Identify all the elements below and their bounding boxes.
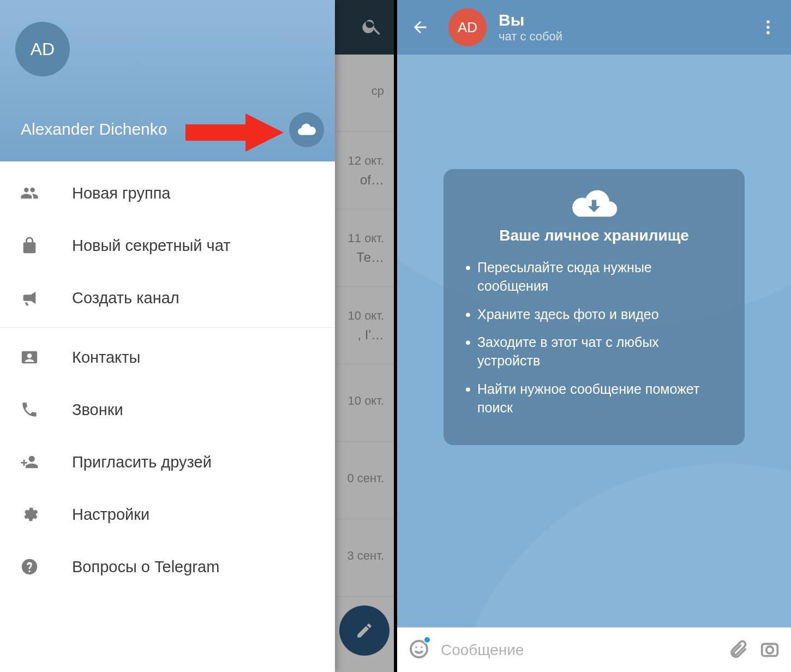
chat-row[interactable]: ср — [335, 55, 394, 132]
menu-label: Звонки — [72, 401, 123, 419]
card-bullet: Найти нужное сообщение поможет поиск — [463, 380, 725, 417]
menu-new-group[interactable]: Новая группа — [0, 167, 335, 219]
camera-button[interactable] — [759, 639, 780, 662]
more-vertical-icon — [759, 18, 777, 37]
user-name: Alexander Dichenko — [21, 120, 167, 139]
card-bullet: Пересылайте сюда нужные сообщения — [463, 259, 725, 296]
chat-row[interactable]: 3 сент. — [335, 519, 394, 597]
message-input-bar: Сообщение — [397, 627, 791, 672]
drawer-menu: Новая группа Новый секретный чат Создать… — [0, 161, 335, 593]
card-bullet: Храните здесь фото и видео — [463, 305, 725, 324]
chat-row[interactable]: 12 окт.of… — [335, 132, 394, 209]
chat-row[interactable]: 0 сент. — [335, 442, 394, 519]
gear-icon — [20, 505, 39, 524]
arrow-left-icon — [411, 18, 429, 37]
phone-icon — [20, 400, 39, 419]
menu-label: Настройки — [72, 506, 149, 524]
svg-point-8 — [766, 646, 774, 653]
chat-title: Вы — [499, 11, 562, 29]
lock-icon — [20, 236, 39, 255]
back-button[interactable] — [407, 14, 433, 40]
card-title: Ваше личное хранилище — [463, 227, 725, 244]
cloud-icon — [296, 119, 317, 140]
pencil-icon — [355, 621, 374, 640]
paperclip-icon — [728, 639, 748, 659]
menu-label: Создать канал — [72, 289, 179, 307]
chat-body: Ваше личное хранилище Пересылайте сюда н… — [397, 55, 791, 627]
emoji-button[interactable] — [408, 638, 430, 662]
chat-titles[interactable]: Вы чат с собой — [499, 11, 562, 44]
menu-label: Пригласить друзей — [72, 453, 212, 471]
search-icon[interactable] — [361, 15, 383, 39]
menu-label: Новый секретный чат — [72, 237, 230, 255]
chat-subtitle: чат с собой — [499, 29, 562, 44]
drawer-header: AD Alexander Dichenko — [0, 0, 335, 161]
chat-avatar[interactable]: AD — [448, 8, 487, 46]
annotation-arrow — [185, 113, 284, 154]
saved-messages-info-card: Ваше личное хранилище Пересылайте сюда н… — [444, 169, 745, 445]
menu-label: Контакты — [72, 349, 140, 367]
user-avatar[interactable]: AD — [15, 22, 70, 76]
chat-list-background: ср 12 окт.of… 11 окт.Те… 10 окт., I'… 10… — [335, 0, 394, 672]
card-bullet: Заходите в этот чат с любых устройств — [463, 333, 725, 370]
svg-point-5 — [415, 646, 417, 648]
svg-point-1 — [766, 20, 770, 23]
help-icon — [20, 557, 39, 576]
menu-separator — [0, 327, 335, 328]
chat-row[interactable]: 10 окт. — [335, 364, 394, 442]
chat-topbar: AD Вы чат с собой — [397, 0, 791, 55]
attach-button[interactable] — [728, 639, 748, 662]
saved-messages-cloud-button[interactable] — [289, 112, 324, 147]
svg-point-2 — [766, 26, 770, 29]
menu-contacts[interactable]: Контакты — [0, 331, 335, 383]
cloud-download-icon — [463, 185, 725, 220]
menu-label: Новая группа — [72, 184, 170, 202]
message-input[interactable]: Сообщение — [441, 641, 717, 659]
card-bullets: Пересылайте сюда нужные сообщения Хранит… — [463, 259, 725, 417]
chat-list-header — [335, 0, 394, 55]
svg-point-3 — [766, 31, 770, 34]
chat-row[interactable]: 10 окт., I'… — [335, 287, 394, 364]
group-icon — [20, 184, 39, 202]
notification-dot — [423, 636, 431, 644]
menu-create-channel[interactable]: Создать канал — [0, 272, 335, 324]
compose-fab[interactable] — [339, 605, 389, 656]
megaphone-icon — [20, 289, 39, 307]
menu-calls[interactable]: Звонки — [0, 383, 335, 436]
menu-new-secret-chat[interactable]: Новый секретный чат — [0, 219, 335, 272]
invite-icon — [20, 453, 39, 471]
camera-icon — [759, 639, 780, 659]
svg-marker-0 — [185, 113, 284, 152]
contact-icon — [20, 348, 39, 367]
chat-row[interactable]: 11 окт.Те… — [335, 209, 394, 287]
navigation-drawer: AD Alexander Dichenko Новая группа Новый… — [0, 0, 335, 672]
menu-settings[interactable]: Настройки — [0, 488, 335, 541]
menu-invite-friends[interactable]: Пригласить друзей — [0, 436, 335, 488]
menu-label: Вопросы о Telegram — [72, 558, 219, 576]
svg-point-6 — [421, 646, 422, 648]
menu-faq[interactable]: Вопросы о Telegram — [0, 541, 335, 593]
more-button[interactable] — [755, 14, 781, 40]
